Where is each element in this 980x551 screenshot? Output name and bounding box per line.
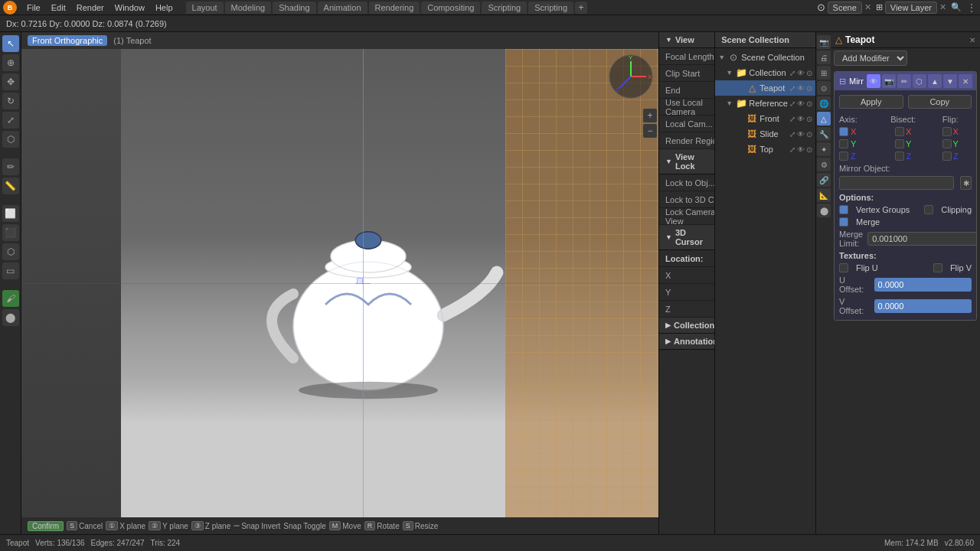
vertex-groups-checkbox[interactable] [839,205,848,214]
v-offset-input[interactable] [874,299,972,313]
object-close-icon[interactable]: ✕ [969,36,975,44]
mod-realtime-icon[interactable]: 👁 [867,74,880,88]
transform-tool-btn[interactable]: ⬡ [2,131,19,148]
mod-close-icon[interactable]: ✕ [959,74,972,88]
viewport-gizmo[interactable]: X Y Z [608,54,654,99]
view-layer-props-icon[interactable]: ⊞ [817,66,831,80]
more-options-icon[interactable]: ⋮ [966,2,977,14]
scene-selector[interactable]: Scene [828,2,862,14]
tab-scripting[interactable]: Scripting [528,2,573,14]
material-props-icon[interactable]: ⬤ [817,204,831,217]
viewport[interactable]: Front Orthographic (1) Teapot [21,32,658,534]
teapot-render-icon[interactable]: ⤢ [789,84,795,93]
teapot-disable-icon[interactable]: ⊙ [806,84,812,93]
scale-tool-btn[interactable]: ⤢ [2,112,19,129]
add-workspace-btn[interactable]: + [575,2,587,14]
flip-y-checkbox[interactable] [942,139,952,148]
paint-btn[interactable]: 🖌 [2,290,19,307]
menu-help[interactable]: Help [150,2,178,14]
outliner-collection[interactable]: ▼ 📁 Collection ⤢ 👁 ⊙ [715,65,815,80]
top-hide-icon[interactable]: 👁 [797,145,805,154]
front-render-icon[interactable]: ⤢ [789,115,795,123]
ref-hide-icon[interactable]: 👁 [797,99,805,108]
axis-z-checkbox[interactable] [839,152,848,161]
cursor-tool-btn[interactable]: ⊕ [2,54,19,71]
mod-render-icon[interactable]: 📷 [882,74,896,88]
slide-disable-icon[interactable]: ⊙ [806,130,812,139]
teapot-hide-icon[interactable]: 👁 [797,84,805,93]
outliner-reference[interactable]: ▼ 📁 Reference ⤢ 👁 ⊙ [715,96,815,111]
menu-file[interactable]: File [21,2,46,14]
view-lock-header[interactable]: ▼ View Lock [659,149,714,174]
menu-render[interactable]: Render [71,2,109,14]
outliner-top[interactable]: 🖼 Top ⤢ 👁 ⊙ [715,142,815,157]
outliner-slide[interactable]: 🖼 Slide ⤢ 👁 ⊙ [715,126,815,142]
tab-layout[interactable]: Layout [186,2,224,14]
outliner-teapot[interactable]: △ Teapot ⤢ 👁 ⊙ [715,80,815,96]
data-props-icon[interactable]: 📐 [817,188,831,202]
mod-move-up-icon[interactable]: ▲ [928,74,942,88]
front-disable-icon[interactable]: ⊙ [806,115,812,123]
zoom-out-btn[interactable]: − [643,124,657,138]
viewport-mode-btn[interactable]: Front Orthographic [28,35,107,46]
tab-texture-paint[interactable]: Shading [273,2,315,14]
axis-x-checkbox[interactable] [839,127,848,136]
mirror-obj-eyedropper-btn[interactable]: ✱ [960,176,972,190]
rotate-tool-btn[interactable]: ↻ [2,93,19,109]
collections-header[interactable]: ▶ Collections [659,318,714,334]
clipping-checkbox[interactable] [924,205,933,214]
bisect-y-checkbox[interactable] [895,139,904,148]
bisect-x-checkbox[interactable] [895,127,904,136]
add-cube-btn[interactable]: ⬜ [2,205,19,222]
coll-restrict-render-icon[interactable]: ⤢ [789,69,795,77]
annotate-btn[interactable]: ✏ [2,158,19,175]
copy-btn[interactable]: Copy [908,95,972,109]
flip-x-checkbox[interactable] [942,127,952,136]
ref-disable-icon[interactable]: ⊙ [806,99,812,108]
cursor-section-header[interactable]: ▼ 3D Cursor [659,225,714,250]
render-props-icon[interactable]: 📷 [817,35,831,49]
move-tool-btn[interactable]: ✥ [2,73,19,90]
coll-hide-icon[interactable]: 👁 [797,69,805,77]
modifier-props-icon[interactable]: 🔧 [817,127,831,141]
merge-checkbox[interactable] [839,217,848,227]
viewlayer-close-icon[interactable]: ✕ [939,2,946,12]
mod-edit-icon[interactable]: ✏ [897,74,911,88]
confirm-btn[interactable]: Confirm [28,521,64,531]
scene-props-icon[interactable]: ⊙ [817,81,831,95]
add-cyl-btn[interactable]: ⬛ [2,224,19,241]
flip-v-checkbox[interactable] [933,263,942,272]
slide-hide-icon[interactable]: 👁 [797,130,805,139]
mirror-obj-input[interactable] [839,176,954,190]
add-plane-btn[interactable]: ▭ [2,262,19,279]
zoom-in-btn[interactable]: + [643,109,657,122]
bisect-z-checkbox[interactable] [895,152,904,161]
particles-props-icon[interactable]: ✦ [817,142,831,156]
tab-modeling[interactable]: Modeling [225,2,272,14]
scene-close-icon[interactable]: ✕ [864,2,871,12]
view-section-header[interactable]: ▼ View [659,32,714,48]
physics-props-icon[interactable]: ⚙ [817,158,831,171]
select-tool-btn[interactable]: ↖ [2,35,19,52]
constraints-props-icon[interactable]: 🔗 [817,173,831,187]
tab-rendering[interactable]: Compositing [421,2,480,14]
front-hide-icon[interactable]: 👁 [797,115,805,123]
add-sphere-btn[interactable]: ⬡ [2,243,19,260]
flip-u-checkbox[interactable] [839,263,848,272]
outliner-scene-collection[interactable]: ▼ ⊙ Scene Collection [715,50,815,65]
mod-move-down-icon[interactable]: ▼ [943,74,957,88]
object-props-icon[interactable]: △ [817,112,831,126]
menu-window[interactable]: Window [109,2,150,14]
apply-btn[interactable]: Apply [839,95,903,109]
viewlayer-selector[interactable]: View Layer [885,2,937,14]
tab-animation[interactable]: Rendering [369,2,420,14]
coll-disable-icon[interactable]: ⊙ [806,69,812,77]
ref-restrict-icon[interactable]: ⤢ [789,99,795,108]
u-offset-input[interactable] [874,278,972,292]
merge-limit-input[interactable] [867,232,977,246]
slide-render-icon[interactable]: ⤢ [789,130,795,139]
axis-y-checkbox[interactable] [839,139,848,148]
add-modifier-dropdown[interactable]: Add Modifier [834,51,907,66]
output-props-icon[interactable]: 🖨 [817,51,831,64]
tab-compositing[interactable]: Scripting [482,2,527,14]
